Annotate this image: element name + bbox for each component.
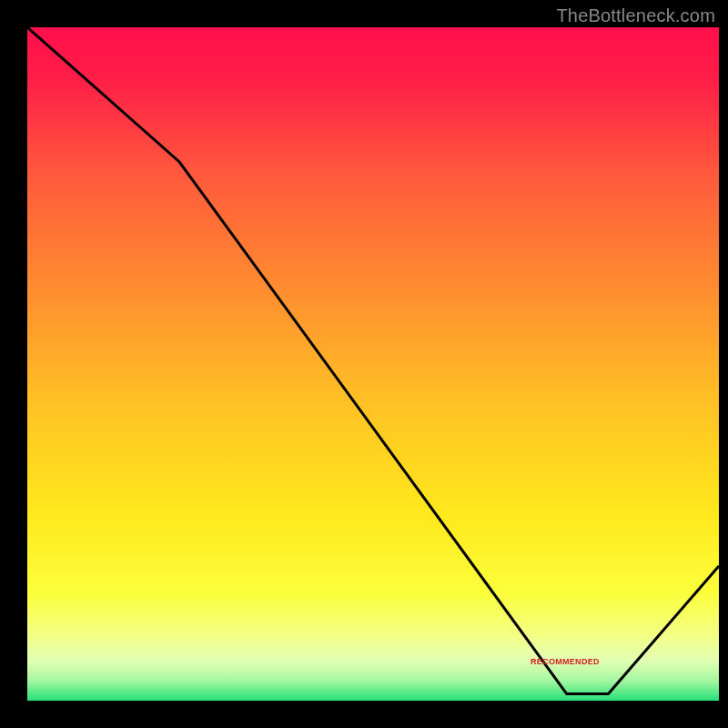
chart-background: [27, 27, 719, 701]
chart-svg: [27, 27, 719, 701]
branding-label: TheBottleneck.com: [556, 5, 715, 26]
bottleneck-chart: [27, 27, 719, 701]
recommended-label: RECOMMENDED: [531, 657, 600, 666]
